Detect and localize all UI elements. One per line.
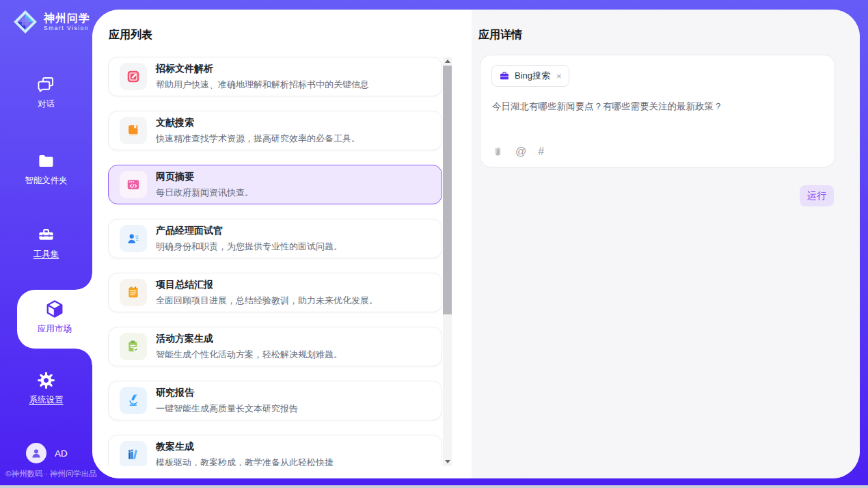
copyright-footer: ©神州数码 · 神州问学出品 — [5, 469, 97, 479]
clipboard-check-icon — [126, 339, 141, 354]
app-list: 招标文件解析 帮助用户快速、准确地理解和解析招标书中的关键信息 文献搜索 — [108, 55, 442, 466]
app-card-research-report[interactable]: 研究报告 一键智能生成高质量长文本研究报告 — [108, 381, 442, 420]
app-card-project-summary[interactable]: 项目总结汇报 全面回顾项目进展，总结经验教训，助力未来优化发展。 — [108, 273, 442, 312]
app-name: 活动方案生成 — [156, 333, 342, 345]
interviewer-icon — [126, 231, 141, 246]
microscope-icon — [126, 393, 141, 408]
sidebar-item-label: 智能文件夹 — [0, 175, 92, 187]
user-name: AD — [55, 448, 68, 459]
app-card-bid-parsing[interactable]: 招标文件解析 帮助用户快速、准确地理解和解析招标书中的关键信息 — [108, 57, 442, 96]
app-card-web-summary-selected[interactable]: 网页摘要 每日政府新闻资讯快查。 — [108, 165, 442, 204]
app-icon-tile — [120, 441, 147, 466]
app-icon-tile — [120, 333, 147, 360]
app-name: 研究报告 — [156, 387, 298, 399]
app-name: 教案生成 — [156, 441, 334, 453]
app-card-literature-search[interactable]: 文献搜索 快速精准查找学术资源，提高研究效率的必备工具。 — [108, 111, 442, 150]
app-icon-tile — [120, 171, 147, 198]
app-window: 神州问学 Smart Vision 对话 智能文件夹 — [0, 0, 868, 488]
cube-icon — [44, 299, 65, 319]
app-desc: 全面回顾项目进展，总结经验教训，助力未来优化发展。 — [156, 295, 378, 307]
tool-chip-bing-search[interactable]: Bing搜索 × — [491, 65, 569, 87]
sidebar-item-label: 系统设置 — [0, 394, 92, 406]
app-name: 项目总结汇报 — [156, 279, 378, 291]
app-icon-tile — [120, 387, 147, 414]
sidebar-item-label: 应用市场 — [17, 323, 92, 335]
app-desc: 每日政府新闻资讯快查。 — [156, 187, 254, 199]
sidebar-item-smart-folder[interactable]: 智能文件夹 — [0, 152, 92, 187]
avatar — [26, 443, 46, 463]
query-input[interactable]: 今日湖北有哪些新闻要点？有哪些需要关注的最新政策？ — [492, 100, 820, 113]
app-desc: 帮助用户快速、准确地理解和解析招标书中的关键信息 — [156, 79, 369, 91]
user-account[interactable]: AD — [26, 443, 68, 463]
briefcase-icon — [499, 70, 510, 81]
app-desc: 一键智能生成高质量长文本研究报告 — [156, 403, 298, 415]
books-icon — [126, 447, 141, 462]
hash-icon[interactable]: # — [538, 146, 544, 158]
app-icon-tile — [120, 279, 147, 306]
scroll-up-arrow-icon[interactable] — [443, 57, 452, 66]
run-button[interactable]: 运行 — [800, 185, 834, 206]
app-name: 网页摘要 — [156, 171, 254, 183]
attachment-icon[interactable] — [492, 146, 504, 158]
app-list-title: 应用列表 — [109, 28, 152, 42]
toolbox-icon — [37, 226, 55, 244]
app-desc: 模板驱动，教案秒成，教学准备从此轻松快捷 — [156, 457, 334, 467]
app-name: 招标文件解析 — [156, 63, 369, 75]
prompt-input-card[interactable]: Bing搜索 × 今日湖北有哪些新闻要点？有哪些需要关注的最新政策？ @ # — [480, 55, 835, 167]
diamond-logo-icon — [12, 9, 38, 35]
app-list-scrollbar[interactable] — [443, 57, 452, 466]
sidebar-item-toolbox[interactable]: 工具集 — [0, 226, 92, 260]
chat-icon — [37, 75, 55, 94]
gear-icon — [37, 371, 55, 390]
app-list-panel: 应用列表 招标文件解析 帮助用户快速、准确地理解和解析招标书中的关键信息 — [92, 10, 472, 478]
app-detail-panel: 应用详情 Bing搜索 × 今日湖北有哪些新闻要点？有哪些需要关注的最新政策？ — [472, 10, 860, 478]
tool-chip-label: Bing搜索 — [515, 70, 550, 82]
person-icon — [30, 447, 42, 459]
sidebar: 神州问学 Smart Vision 对话 智能文件夹 — [0, 0, 92, 488]
mention-icon[interactable]: @ — [515, 146, 526, 158]
app-icon-tile — [120, 63, 147, 90]
brand-name: 神州问学 — [44, 12, 90, 25]
sidebar-item-chat[interactable]: 对话 — [0, 75, 92, 110]
notepad-icon — [126, 285, 141, 300]
sidebar-item-settings[interactable]: 系统设置 — [0, 371, 92, 406]
webpage-code-icon — [126, 177, 141, 192]
bid-edit-icon — [126, 69, 141, 84]
app-desc: 明确身份和职责，为您提供专业性的面试问题。 — [156, 241, 342, 253]
app-icon-tile — [120, 117, 147, 144]
input-toolbar: @ # — [492, 146, 544, 158]
app-desc: 智能生成个性化活动方案，轻松解决规划难题。 — [156, 349, 342, 361]
brand-logo: 神州问学 Smart Vision — [12, 9, 90, 35]
sidebar-item-app-market-active[interactable]: 应用市场 — [17, 290, 92, 349]
chip-close-icon[interactable]: × — [556, 72, 562, 81]
app-card-pm-interviewer[interactable]: 产品经理面试官 明确身份和职责，为您提供专业性的面试问题。 — [108, 219, 442, 258]
brand-subtitle: Smart Vision — [44, 25, 90, 31]
scroll-down-arrow-icon[interactable] — [443, 457, 452, 466]
app-desc: 快速精准查找学术资源，提高研究效率的必备工具。 — [156, 133, 360, 145]
sidebar-item-label: 对话 — [0, 98, 92, 110]
app-card-event-plan[interactable]: 活动方案生成 智能生成个性化活动方案，轻松解决规划难题。 — [108, 327, 442, 366]
app-detail-title: 应用详情 — [478, 28, 522, 42]
folder-icon — [37, 152, 55, 170]
content-sheet: 应用列表 招标文件解析 帮助用户快速、准确地理解和解析招标书中的关键信息 — [92, 10, 860, 478]
app-name: 文献搜索 — [156, 117, 360, 129]
book-icon — [126, 123, 141, 138]
app-icon-tile — [120, 225, 147, 252]
app-card-lesson-plan[interactable]: 教案生成 模板驱动，教案秒成，教学准备从此轻松快捷 — [108, 435, 442, 466]
sidebar-item-label: 工具集 — [0, 249, 92, 260]
app-name: 产品经理面试官 — [156, 225, 342, 237]
scrollbar-thumb[interactable] — [443, 66, 452, 314]
